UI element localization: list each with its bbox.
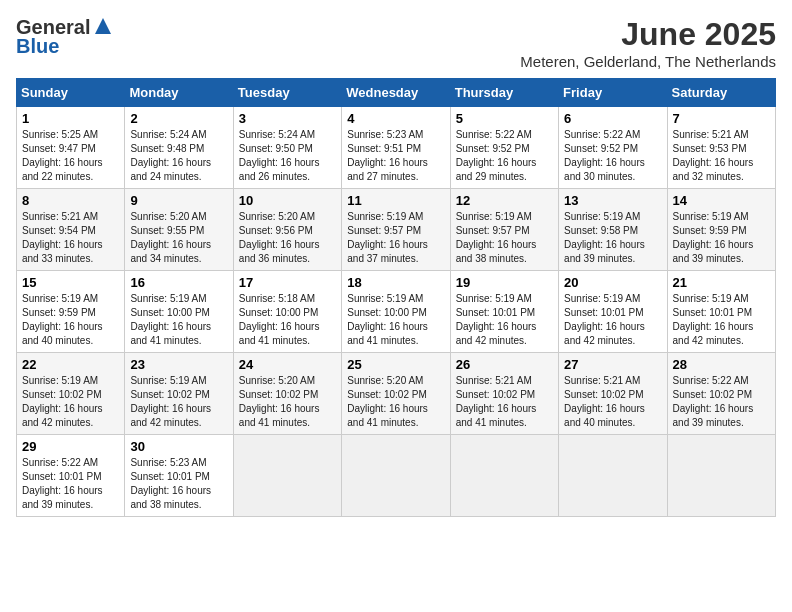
- table-cell: 13Sunrise: 5:19 AMSunset: 9:58 PMDayligh…: [559, 189, 667, 271]
- day-number: 13: [564, 193, 661, 208]
- day-number: 20: [564, 275, 661, 290]
- calendar-row: 8Sunrise: 5:21 AMSunset: 9:54 PMDaylight…: [17, 189, 776, 271]
- day-number: 15: [22, 275, 119, 290]
- table-cell: 2Sunrise: 5:24 AMSunset: 9:48 PMDaylight…: [125, 107, 233, 189]
- table-cell: 1Sunrise: 5:25 AMSunset: 9:47 PMDaylight…: [17, 107, 125, 189]
- day-info: Sunrise: 5:22 AMSunset: 9:52 PMDaylight:…: [564, 128, 661, 184]
- calendar-subtitle: Meteren, Gelderland, The Netherlands: [520, 53, 776, 70]
- day-info: Sunrise: 5:19 AMSunset: 9:58 PMDaylight:…: [564, 210, 661, 266]
- table-cell: 17Sunrise: 5:18 AMSunset: 10:00 PMDaylig…: [233, 271, 341, 353]
- day-number: 1: [22, 111, 119, 126]
- table-cell: 3Sunrise: 5:24 AMSunset: 9:50 PMDaylight…: [233, 107, 341, 189]
- page-header: General Blue June 2025 Meteren, Gelderla…: [16, 16, 776, 70]
- day-number: 27: [564, 357, 661, 372]
- day-info: Sunrise: 5:20 AMSunset: 10:02 PMDaylight…: [347, 374, 444, 430]
- day-info: Sunrise: 5:19 AMSunset: 10:00 PMDaylight…: [130, 292, 227, 348]
- table-cell: 14Sunrise: 5:19 AMSunset: 9:59 PMDayligh…: [667, 189, 775, 271]
- day-info: Sunrise: 5:19 AMSunset: 10:01 PMDaylight…: [673, 292, 770, 348]
- calendar-row: 29Sunrise: 5:22 AMSunset: 10:01 PMDaylig…: [17, 435, 776, 517]
- table-cell: 21Sunrise: 5:19 AMSunset: 10:01 PMDaylig…: [667, 271, 775, 353]
- day-number: 5: [456, 111, 553, 126]
- day-number: 23: [130, 357, 227, 372]
- day-info: Sunrise: 5:19 AMSunset: 9:57 PMDaylight:…: [347, 210, 444, 266]
- day-info: Sunrise: 5:19 AMSunset: 10:02 PMDaylight…: [130, 374, 227, 430]
- table-cell: [233, 435, 341, 517]
- day-number: 19: [456, 275, 553, 290]
- day-number: 21: [673, 275, 770, 290]
- day-info: Sunrise: 5:19 AMSunset: 10:00 PMDaylight…: [347, 292, 444, 348]
- col-monday: Monday: [125, 79, 233, 107]
- day-info: Sunrise: 5:19 AMSunset: 10:01 PMDaylight…: [564, 292, 661, 348]
- table-cell: 28Sunrise: 5:22 AMSunset: 10:02 PMDaylig…: [667, 353, 775, 435]
- day-number: 14: [673, 193, 770, 208]
- day-info: Sunrise: 5:20 AMSunset: 9:56 PMDaylight:…: [239, 210, 336, 266]
- calendar-title: June 2025: [520, 16, 776, 53]
- title-area: June 2025 Meteren, Gelderland, The Nethe…: [520, 16, 776, 70]
- table-cell: 22Sunrise: 5:19 AMSunset: 10:02 PMDaylig…: [17, 353, 125, 435]
- logo-blue-text: Blue: [16, 35, 59, 58]
- svg-marker-0: [95, 18, 111, 34]
- table-cell: [667, 435, 775, 517]
- day-info: Sunrise: 5:19 AMSunset: 10:02 PMDaylight…: [22, 374, 119, 430]
- day-info: Sunrise: 5:19 AMSunset: 9:59 PMDaylight:…: [673, 210, 770, 266]
- table-cell: 27Sunrise: 5:21 AMSunset: 10:02 PMDaylig…: [559, 353, 667, 435]
- table-cell: 23Sunrise: 5:19 AMSunset: 10:02 PMDaylig…: [125, 353, 233, 435]
- table-cell: [559, 435, 667, 517]
- day-info: Sunrise: 5:18 AMSunset: 10:00 PMDaylight…: [239, 292, 336, 348]
- day-number: 4: [347, 111, 444, 126]
- day-info: Sunrise: 5:24 AMSunset: 9:50 PMDaylight:…: [239, 128, 336, 184]
- day-number: 18: [347, 275, 444, 290]
- day-info: Sunrise: 5:20 AMSunset: 10:02 PMDaylight…: [239, 374, 336, 430]
- table-cell: 16Sunrise: 5:19 AMSunset: 10:00 PMDaylig…: [125, 271, 233, 353]
- day-number: 10: [239, 193, 336, 208]
- table-cell: 6Sunrise: 5:22 AMSunset: 9:52 PMDaylight…: [559, 107, 667, 189]
- day-info: Sunrise: 5:20 AMSunset: 9:55 PMDaylight:…: [130, 210, 227, 266]
- day-number: 28: [673, 357, 770, 372]
- table-cell: 20Sunrise: 5:19 AMSunset: 10:01 PMDaylig…: [559, 271, 667, 353]
- day-info: Sunrise: 5:21 AMSunset: 10:02 PMDaylight…: [564, 374, 661, 430]
- day-number: 6: [564, 111, 661, 126]
- day-number: 2: [130, 111, 227, 126]
- day-number: 3: [239, 111, 336, 126]
- table-cell: 15Sunrise: 5:19 AMSunset: 9:59 PMDayligh…: [17, 271, 125, 353]
- logo-triangle-icon: [94, 17, 112, 39]
- table-cell: [342, 435, 450, 517]
- day-number: 9: [130, 193, 227, 208]
- calendar-table: Sunday Monday Tuesday Wednesday Thursday…: [16, 78, 776, 517]
- table-cell: 24Sunrise: 5:20 AMSunset: 10:02 PMDaylig…: [233, 353, 341, 435]
- col-saturday: Saturday: [667, 79, 775, 107]
- calendar-row: 1Sunrise: 5:25 AMSunset: 9:47 PMDaylight…: [17, 107, 776, 189]
- day-info: Sunrise: 5:22 AMSunset: 10:01 PMDaylight…: [22, 456, 119, 512]
- day-info: Sunrise: 5:23 AMSunset: 9:51 PMDaylight:…: [347, 128, 444, 184]
- table-cell: 12Sunrise: 5:19 AMSunset: 9:57 PMDayligh…: [450, 189, 558, 271]
- table-cell: 8Sunrise: 5:21 AMSunset: 9:54 PMDaylight…: [17, 189, 125, 271]
- day-info: Sunrise: 5:22 AMSunset: 10:02 PMDaylight…: [673, 374, 770, 430]
- day-info: Sunrise: 5:21 AMSunset: 9:53 PMDaylight:…: [673, 128, 770, 184]
- logo: General Blue: [16, 16, 112, 58]
- day-number: 24: [239, 357, 336, 372]
- day-info: Sunrise: 5:21 AMSunset: 9:54 PMDaylight:…: [22, 210, 119, 266]
- day-info: Sunrise: 5:24 AMSunset: 9:48 PMDaylight:…: [130, 128, 227, 184]
- table-cell: 30Sunrise: 5:23 AMSunset: 10:01 PMDaylig…: [125, 435, 233, 517]
- day-number: 25: [347, 357, 444, 372]
- day-info: Sunrise: 5:23 AMSunset: 10:01 PMDaylight…: [130, 456, 227, 512]
- day-info: Sunrise: 5:19 AMSunset: 9:59 PMDaylight:…: [22, 292, 119, 348]
- day-number: 7: [673, 111, 770, 126]
- day-info: Sunrise: 5:21 AMSunset: 10:02 PMDaylight…: [456, 374, 553, 430]
- day-number: 29: [22, 439, 119, 454]
- calendar-header-row: Sunday Monday Tuesday Wednesday Thursday…: [17, 79, 776, 107]
- day-number: 11: [347, 193, 444, 208]
- table-cell: 29Sunrise: 5:22 AMSunset: 10:01 PMDaylig…: [17, 435, 125, 517]
- col-friday: Friday: [559, 79, 667, 107]
- day-number: 22: [22, 357, 119, 372]
- day-info: Sunrise: 5:22 AMSunset: 9:52 PMDaylight:…: [456, 128, 553, 184]
- table-cell: 9Sunrise: 5:20 AMSunset: 9:55 PMDaylight…: [125, 189, 233, 271]
- col-thursday: Thursday: [450, 79, 558, 107]
- table-cell: 18Sunrise: 5:19 AMSunset: 10:00 PMDaylig…: [342, 271, 450, 353]
- table-cell: [450, 435, 558, 517]
- table-cell: 11Sunrise: 5:19 AMSunset: 9:57 PMDayligh…: [342, 189, 450, 271]
- day-number: 8: [22, 193, 119, 208]
- table-cell: 4Sunrise: 5:23 AMSunset: 9:51 PMDaylight…: [342, 107, 450, 189]
- calendar-row: 15Sunrise: 5:19 AMSunset: 9:59 PMDayligh…: [17, 271, 776, 353]
- table-cell: 19Sunrise: 5:19 AMSunset: 10:01 PMDaylig…: [450, 271, 558, 353]
